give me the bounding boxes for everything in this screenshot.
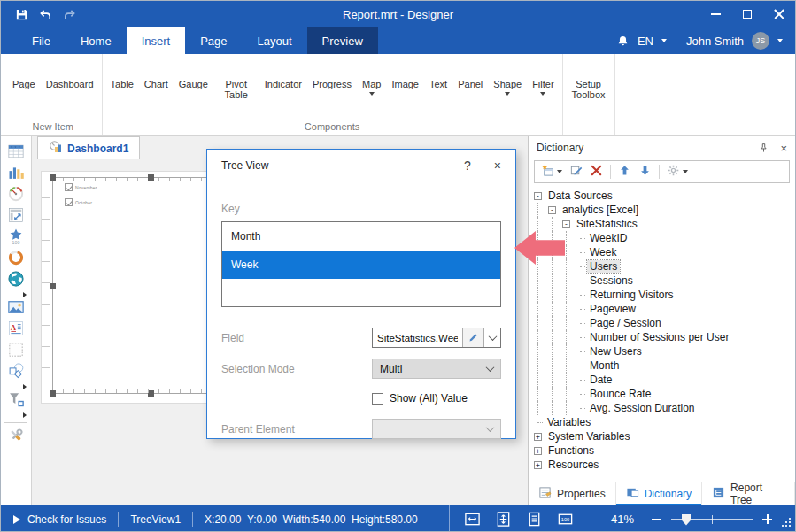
- resize-grip-icon[interactable]: [781, 517, 792, 528]
- dialog-close-button[interactable]: ×: [494, 159, 501, 172]
- ribbon-item-table[interactable]: Table: [105, 54, 139, 89]
- menu-tab-insert[interactable]: Insert: [127, 27, 186, 54]
- dictionary-node-sitestatistics[interactable]: -SiteStatistics: [534, 217, 793, 231]
- menu-tab-file[interactable]: File: [17, 27, 66, 54]
- selection-handle[interactable]: [148, 174, 154, 181]
- close-button[interactable]: [763, 1, 795, 27]
- dictionary-node-weekid[interactable]: .EWeekID: [534, 231, 793, 245]
- ribbon-item-map[interactable]: Map: [357, 54, 386, 96]
- pin-icon[interactable]: [758, 143, 769, 154]
- ribbon-item-text[interactable]: AText: [424, 54, 452, 89]
- bell-icon[interactable]: [616, 35, 630, 48]
- avatar[interactable]: JS: [752, 32, 769, 50]
- dictionary-node-data-sources[interactable]: -Data Sources: [534, 189, 793, 203]
- key-item-month[interactable]: Month: [222, 222, 500, 251]
- toolbox-item-map[interactable]: [4, 270, 28, 291]
- selection-handle[interactable]: [50, 283, 56, 289]
- expand-icon[interactable]: +: [534, 461, 542, 469]
- ribbon-item-filter[interactable]: Filter: [527, 54, 559, 96]
- zoom-100-button[interactable]: 100: [557, 511, 574, 528]
- toolbox-item-chart[interactable]: [4, 164, 28, 185]
- ribbon-item-panel[interactable]: Panel: [452, 54, 488, 89]
- ribbon-item-shape[interactable]: Shape: [488, 54, 527, 96]
- dictionary-node-variables[interactable]: VARVariables: [534, 415, 793, 429]
- zoom-slider-thumb[interactable]: [682, 514, 691, 526]
- undo-button[interactable]: [39, 8, 52, 21]
- show-all-value-checkbox[interactable]: [372, 393, 383, 405]
- toolbox-item-filter[interactable]: [4, 390, 28, 412]
- dictionary-close-button[interactable]: ×: [780, 143, 787, 154]
- fit-page-button[interactable]: [526, 511, 543, 528]
- selection-handle[interactable]: [50, 174, 56, 181]
- toolbox-item-table[interactable]: [4, 143, 28, 164]
- edit-button[interactable]: [569, 164, 583, 181]
- collapse-icon[interactable]: -: [562, 220, 570, 228]
- zoom-slider-track[interactable]: [671, 519, 753, 520]
- ribbon-item-image[interactable]: Image: [386, 54, 424, 89]
- new-item-button[interactable]: [541, 164, 562, 181]
- panel-tab-dictionary[interactable]: Dictionary: [616, 482, 702, 505]
- dictionary-node-number-of-sessions-per-user[interactable]: .ENumber of Sessions per User: [534, 330, 793, 344]
- ribbon-item-setup-toolbox[interactable]: Setup Toolbox: [566, 54, 612, 100]
- ribbon-item-pivot-table[interactable]: Pivot Table: [213, 54, 259, 100]
- dictionary-node-users[interactable]: .EUsers: [534, 259, 793, 274]
- dictionary-node-returning-visitors[interactable]: .EReturning Visitors: [534, 288, 793, 302]
- ribbon-item-chart[interactable]: Chart: [139, 54, 174, 89]
- toolbox-item-panel[interactable]: [4, 341, 28, 362]
- collapse-icon[interactable]: -: [548, 206, 556, 214]
- zoom-in-button[interactable]: [762, 514, 772, 524]
- user-name[interactable]: John Smith: [686, 35, 744, 48]
- move-up-button[interactable]: [618, 164, 631, 181]
- dictionary-node-date[interactable]: Date: [534, 373, 793, 387]
- expand-icon[interactable]: +: [534, 433, 542, 441]
- minimize-button[interactable]: [699, 1, 731, 27]
- check-for-issues-button[interactable]: Check for Issues: [13, 505, 118, 532]
- dictionary-node-pageview[interactable]: .EPageview: [534, 302, 793, 316]
- dictionary-node-resources[interactable]: +Resources: [534, 458, 793, 472]
- selection-handle[interactable]: [148, 390, 154, 397]
- dictionary-node-avg-session-duration[interactable]: .EAvg. Session Duration: [534, 401, 793, 415]
- field-input[interactable]: [373, 328, 462, 347]
- fit-height-button[interactable]: [495, 511, 512, 528]
- dictionary-node-sessions[interactable]: .ESessions: [534, 274, 793, 288]
- dictionary-node-bounce-rate[interactable]: .EBounce Rate: [534, 387, 793, 401]
- ribbon-item-page[interactable]: Page: [7, 54, 41, 89]
- save-button[interactable]: [15, 8, 28, 21]
- language-selector[interactable]: EN: [638, 35, 653, 48]
- toolbox-item-shape[interactable]: [4, 362, 28, 383]
- menu-tab-layout[interactable]: Layout: [243, 27, 307, 54]
- dictionary-node-system-variables[interactable]: +Σ#System Variables: [534, 429, 793, 443]
- redo-button[interactable]: [63, 8, 76, 21]
- ribbon-item-progress[interactable]: Progress: [307, 54, 357, 89]
- ribbon-item-indicator[interactable]: 100Indicator: [259, 54, 307, 89]
- field-dropdown-button[interactable]: [483, 328, 500, 347]
- menu-tab-page[interactable]: Page: [185, 27, 242, 54]
- dictionary-node-new-users[interactable]: .ENew Users: [534, 344, 793, 359]
- ribbon-item-gauge[interactable]: Gauge: [174, 54, 213, 89]
- toolbox-item-setup-toolbox[interactable]: [4, 427, 28, 448]
- menu-tab-home[interactable]: Home: [66, 27, 127, 54]
- dictionary-node-functions[interactable]: +fxFunctions: [534, 443, 793, 458]
- toolbox-item-text[interactable]: A: [4, 320, 28, 341]
- collapse-icon[interactable]: -: [534, 192, 542, 200]
- dictionary-node-week[interactable]: abcWeek: [534, 245, 793, 259]
- key-item-week[interactable]: Week: [222, 251, 500, 279]
- tab-dashboard1[interactable]: Dashboard1: [37, 136, 140, 159]
- toolbox-item-gauge[interactable]: [4, 185, 28, 206]
- toolbox-item-progress[interactable]: [4, 249, 28, 270]
- dialog-title-bar[interactable]: Tree View ? ×: [207, 150, 515, 181]
- toolbox-item-pivot-table[interactable]: [4, 206, 28, 227]
- selection-handle[interactable]: [50, 390, 56, 397]
- delete-button[interactable]: [590, 164, 603, 181]
- maximize-button[interactable]: [731, 1, 763, 27]
- expand-icon[interactable]: +: [534, 447, 542, 455]
- settings-button[interactable]: [667, 164, 688, 181]
- ribbon-item-dashboard[interactable]: Dashboard: [41, 54, 99, 89]
- field-edit-button[interactable]: [462, 328, 483, 347]
- toolbox-item-image[interactable]: [4, 298, 28, 320]
- menu-tab-preview[interactable]: Preview: [307, 27, 378, 54]
- zoom-out-button[interactable]: [652, 519, 661, 520]
- dictionary-node-analytics-excel[interactable]: -analytics [Excel]: [534, 203, 793, 217]
- panel-tab-report-tree[interactable]: Report Tree: [702, 482, 795, 505]
- dialog-help-button[interactable]: ?: [464, 159, 471, 172]
